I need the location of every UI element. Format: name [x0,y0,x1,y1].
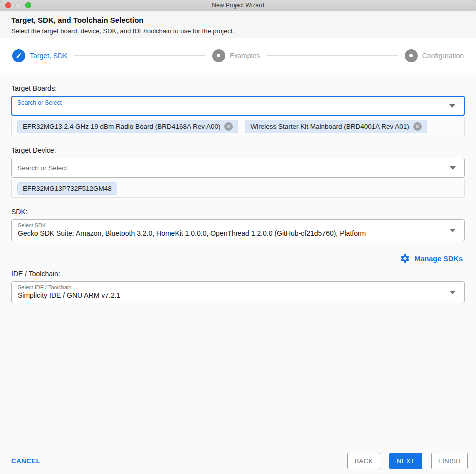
step-target-sdk[interactable]: Target, SDK [12,49,67,62]
step-configuration[interactable]: Configuration [405,49,464,62]
step-label-examples: Examples [230,52,260,60]
back-button[interactable]: BACK [347,453,380,469]
step-examples[interactable]: Examples [212,49,260,62]
target-device-chip-tray: EFR32MG13P732F512GM48 [11,179,465,198]
board-chip-label: Wireless Starter Kit Mainboard (BRD4001A… [250,123,409,130]
page-subtitle: Select the target board, device, SDK, an… [11,27,465,35]
board-chip-label: EFR32MG13 2.4 GHz 19 dBm Radio Board (BR… [23,123,220,130]
target-device-combobox[interactable] [11,158,465,178]
target-device-label: Target Device: [11,146,465,154]
wizard-footer: CANCEL BACK NEXT FINISH [0,448,476,474]
board-chip: Wireless Starter Kit Mainboard (BRD4001A… [245,120,427,133]
remove-chip-icon[interactable]: ✕ [224,122,233,131]
cancel-button[interactable]: CANCEL [11,457,40,465]
ide-toolchain-section: IDE / Toolchain: Select IDE / Toolchain … [11,270,465,303]
step-label-configuration: Configuration [422,52,464,60]
sdk-select[interactable]: Select SDK Gecko SDK Suite: Amazon, Blue… [11,219,465,241]
gear-icon [400,253,410,264]
sdk-section: SDK: Select SDK Gecko SDK Suite: Amazon,… [11,208,465,264]
ide-toolchain-label: IDE / Toolchain: [11,270,465,278]
target-boards-label: Target Boards: [11,84,465,92]
chevron-down-icon [450,229,456,232]
target-device-section: Target Device: EFR32MG13P732F512GM48 [11,146,465,198]
chevron-down-icon [450,291,456,294]
target-boards-chip-tray: EFR32MG13 2.4 GHz 19 dBm Radio Board (BR… [11,117,465,136]
pencil-icon [12,49,25,62]
finish-button[interactable]: FINISH [431,453,468,469]
chevron-down-icon [450,166,456,170]
sdk-label: SDK: [11,208,465,216]
sdk-select-value: Gecko SDK Suite: Amazon, Bluetooth 3.2.0… [18,229,444,237]
target-boards-combobox[interactable]: Search or Select [11,96,465,116]
next-button[interactable]: NEXT [389,453,422,469]
remove-chip-icon[interactable]: ✕ [413,122,422,131]
wizard-stepper: Target, SDK Examples Configuration [0,38,476,73]
stepper-connector [267,55,397,56]
board-chip: EFR32MG13 2.4 GHz 19 dBm Radio Board (BR… [17,120,238,133]
target-boards-section: Target Boards: Search or Select EFR32MG1… [11,84,465,136]
footer-buttons: BACK NEXT FINISH [347,453,468,469]
dot-icon [405,49,418,62]
chevron-down-icon [449,104,455,108]
titlebar: New Project Wizard [0,0,476,11]
sdk-select-caption: Select SDK [18,222,444,228]
ide-toolchain-select[interactable]: Select IDE / Toolchain Simplicity IDE / … [11,281,465,303]
step-label-target-sdk: Target, SDK [30,52,67,60]
stepper-connector [74,55,205,56]
device-chip: EFR32MG13P732F512GM48 [17,182,117,195]
device-chip-label: EFR32MG13P732F512GM48 [23,185,112,192]
manage-sdks-link[interactable]: Manage SDKs [11,253,463,264]
dot-icon [212,49,225,62]
window-title: New Project Wizard [0,2,476,9]
target-device-search-input[interactable] [12,158,464,177]
ide-toolchain-select-value: Simplicity IDE / GNU ARM v7.2.1 [18,291,444,299]
wizard-content: Target Boards: Search or Select EFR32MG1… [0,73,476,448]
page-title: Target, SDK, and Toolchain Selection [11,16,465,24]
new-project-wizard-window: New Project Wizard Target, SDK, and Tool… [0,0,476,474]
wizard-header: Target, SDK, and Toolchain Selection Sel… [0,11,476,38]
ide-toolchain-select-caption: Select IDE / Toolchain [18,284,444,290]
manage-sdks-label: Manage SDKs [414,255,463,263]
target-boards-placeholder: Search or Select [17,99,62,106]
